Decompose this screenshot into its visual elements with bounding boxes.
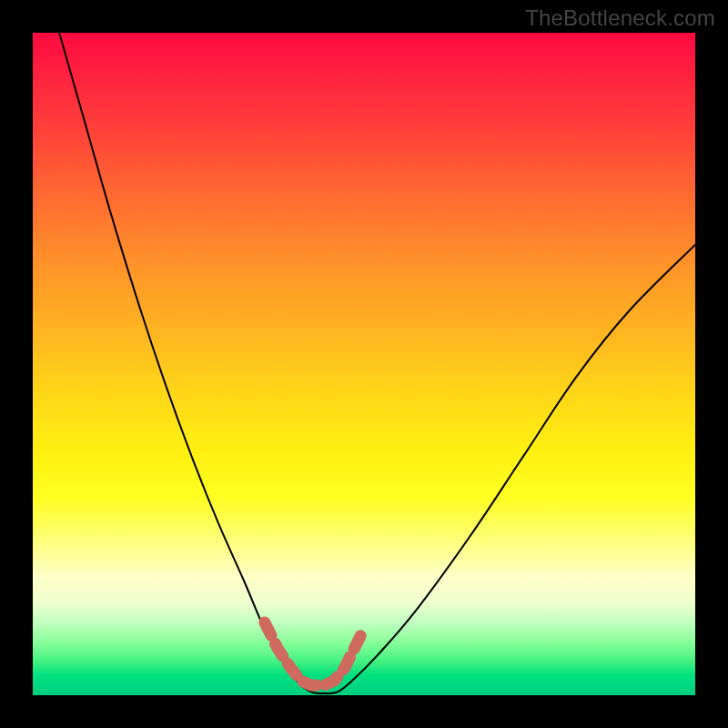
watermark-text: TheBottleneck.com (525, 5, 715, 31)
bottleneck-curve (59, 33, 695, 693)
chart-svg (33, 33, 695, 695)
optimal-range-marker (265, 622, 361, 685)
plot-area (33, 33, 695, 695)
